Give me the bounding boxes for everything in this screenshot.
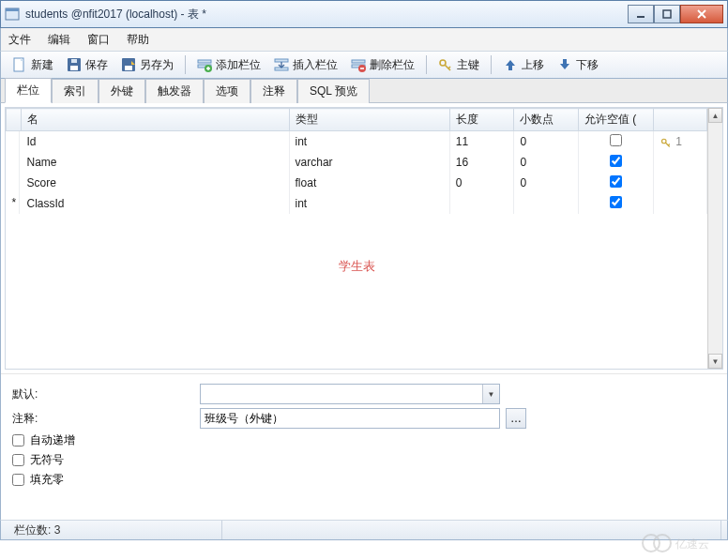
col-allownull[interactable]: 允许空值 ( (578, 109, 653, 131)
default-combo[interactable]: ▼ (200, 384, 500, 404)
tab-foreignkeys[interactable]: 外键 (99, 79, 145, 103)
cell-length[interactable] (449, 193, 514, 214)
menu-edit[interactable]: 编辑 (48, 32, 70, 48)
scroll-down-icon[interactable]: ▼ (708, 354, 722, 369)
cell-key[interactable]: 1 (653, 131, 706, 153)
close-button[interactable] (680, 5, 723, 23)
allownull-checkbox[interactable] (610, 175, 622, 188)
col-type[interactable]: 类型 (289, 109, 449, 131)
col-length[interactable]: 长度 (449, 109, 514, 131)
comment-browse-button[interactable]: … (506, 408, 526, 429)
tab-sqlpreview[interactable]: SQL 预览 (297, 79, 370, 103)
cell-decimals[interactable]: 0 (514, 131, 579, 153)
toolbar: 新建 保存 另存为 添加栏位 插入栏位 删除栏位 主键 上移 下移 (0, 51, 728, 79)
saveas-icon (121, 57, 136, 72)
cell-name[interactable]: Name (21, 152, 289, 173)
table-row[interactable]: Idint110 1 (7, 131, 707, 153)
tab-triggers[interactable]: 触发器 (145, 79, 204, 103)
new-button[interactable]: 新建 (7, 55, 59, 75)
svg-rect-1 (6, 8, 19, 11)
col-name[interactable]: 名 (21, 109, 289, 131)
status-fieldcount: 栏位数: 3 (7, 521, 222, 539)
row-marker (7, 131, 20, 152)
tab-options[interactable]: 选项 (204, 79, 250, 103)
app-icon (5, 7, 20, 22)
menu-window[interactable]: 窗口 (87, 32, 110, 48)
table-row[interactable]: Scorefloat00 (7, 173, 707, 193)
addfield-button[interactable]: 添加栏位 (191, 55, 266, 75)
default-label: 默认: (12, 386, 200, 402)
autoinc-label: 自动递增 (30, 432, 75, 448)
autoinc-checkbox[interactable] (12, 434, 24, 446)
save-icon (67, 57, 82, 72)
cell-type[interactable]: float (289, 173, 449, 193)
fields-grid[interactable]: 名 类型 长度 小数点 允许空值 ( Idint110 1Namevarchar… (6, 108, 707, 214)
table-row[interactable]: Namevarchar160 (7, 152, 707, 173)
svg-rect-9 (71, 59, 77, 63)
tab-comment[interactable]: 注释 (250, 79, 297, 103)
table-caption: 学生表 (6, 258, 707, 275)
key-icon (438, 57, 453, 72)
unsigned-label: 无符号 (30, 452, 64, 468)
cell-length[interactable]: 16 (449, 152, 514, 173)
cell-name[interactable]: ClassId (21, 193, 289, 214)
cell-length[interactable]: 0 (449, 173, 514, 193)
svg-rect-8 (70, 66, 78, 70)
cell-allownull[interactable] (578, 131, 653, 153)
cell-name[interactable]: Score (21, 173, 289, 193)
cell-type[interactable]: varchar (289, 152, 449, 173)
content-area: 名 类型 长度 小数点 允许空值 ( Idint110 1Namevarchar… (0, 103, 728, 520)
window-buttons (628, 5, 723, 23)
titlebar: students @nfit2017 (localhost) - 表 * (0, 0, 728, 28)
chevron-down-icon[interactable]: ▼ (482, 385, 499, 403)
fields-grid-wrapper: 名 类型 长度 小数点 允许空值 ( Idint110 1Namevarchar… (5, 107, 723, 370)
save-button[interactable]: 保存 (61, 55, 114, 75)
cell-name[interactable]: Id (21, 131, 289, 153)
vertical-scrollbar[interactable]: ▲ ▼ (707, 108, 722, 369)
tab-fields[interactable]: 栏位 (5, 78, 52, 103)
allownull-checkbox[interactable] (610, 155, 622, 167)
cell-allownull[interactable] (578, 173, 653, 193)
cell-allownull[interactable] (578, 193, 653, 214)
movedown-button[interactable]: 下移 (552, 55, 604, 75)
deletefield-button[interactable]: 删除栏位 (345, 55, 420, 75)
minimize-button[interactable] (628, 5, 654, 23)
deletefield-icon (351, 57, 366, 72)
watermark: 亿速云 (640, 531, 724, 558)
cell-type[interactable]: int (289, 131, 449, 153)
cell-key[interactable] (653, 152, 706, 173)
moveup-button[interactable]: 上移 (497, 55, 550, 75)
svg-rect-17 (352, 60, 365, 63)
comment-field[interactable] (200, 408, 500, 429)
new-icon (12, 57, 27, 72)
allownull-checkbox[interactable] (610, 196, 622, 208)
menu-help[interactable]: 帮助 (127, 32, 149, 48)
svg-rect-3 (663, 10, 671, 18)
maximize-button[interactable] (654, 5, 680, 23)
saveas-button[interactable]: 另存为 (115, 55, 179, 75)
toolbar-separator (185, 55, 186, 74)
statusbar: 栏位数: 3 (0, 520, 728, 540)
zerofill-label: 填充零 (30, 472, 64, 488)
col-decimals[interactable]: 小数点 (514, 109, 579, 131)
unsigned-checkbox[interactable] (12, 454, 24, 466)
tab-indexes[interactable]: 索引 (52, 79, 99, 103)
cell-decimals[interactable]: 0 (514, 152, 579, 173)
cell-key[interactable] (653, 193, 706, 214)
insertfield-button[interactable]: 插入栏位 (268, 55, 343, 75)
allownull-checkbox[interactable] (610, 134, 622, 146)
zerofill-checkbox[interactable] (12, 474, 24, 486)
cell-allownull[interactable] (578, 152, 653, 173)
cell-decimals[interactable] (514, 193, 579, 214)
svg-rect-11 (125, 66, 132, 70)
menu-file[interactable]: 文件 (8, 32, 31, 48)
scroll-up-icon[interactable]: ▲ (708, 108, 722, 123)
cell-decimals[interactable]: 0 (514, 173, 579, 193)
svg-text:亿速云: 亿速云 (675, 537, 709, 551)
primarykey-button[interactable]: 主键 (432, 55, 485, 75)
table-row[interactable]: *ClassIdint (7, 193, 707, 214)
cell-length[interactable]: 11 (449, 131, 514, 153)
cell-key[interactable] (653, 173, 706, 193)
row-marker (7, 152, 20, 173)
cell-type[interactable]: int (289, 193, 449, 214)
